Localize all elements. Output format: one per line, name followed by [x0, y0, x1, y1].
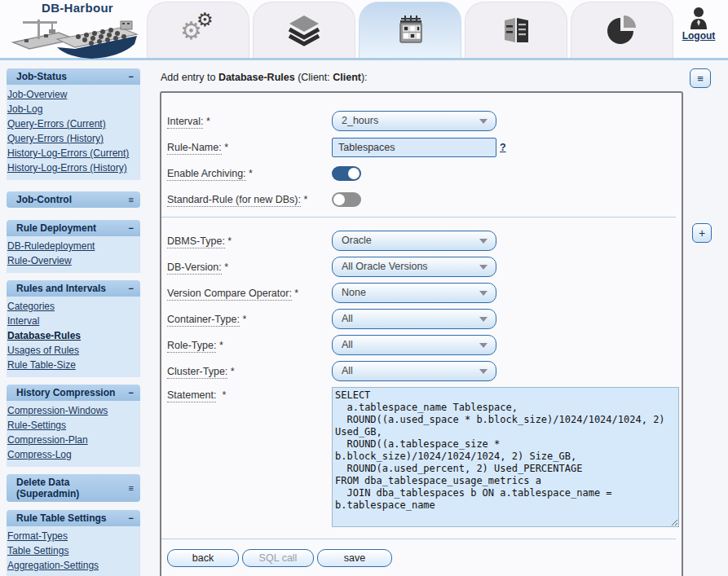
sidebar-item-table-settings[interactable]: Table Settings — [7, 543, 139, 558]
enable-archiving-toggle[interactable] — [332, 166, 361, 181]
db-version-value: All Oracle Versions — [342, 261, 428, 272]
tab-reports[interactable] — [465, 2, 567, 58]
chevron-down-icon — [479, 291, 488, 296]
tab-settings[interactable]: ⚙⚙ — [147, 2, 249, 58]
sidebar-item-rule-table-size[interactable]: Rule Table-Size — [7, 358, 139, 372]
collapse-icon[interactable]: − — [129, 284, 134, 293]
form-row-version-compare-operator: Version Compare Operator: * None — [167, 283, 682, 303]
calendar-icon — [394, 14, 426, 46]
chevron-down-icon — [479, 119, 488, 124]
cluster-type-select[interactable]: All — [332, 361, 496, 381]
sidebar-item-query-errors-history[interactable]: Query-Errors (History) — [7, 131, 139, 146]
section-title: Job-Status — [16, 71, 67, 82]
dbms-type-select[interactable]: Oracle — [332, 231, 496, 251]
role-type-select[interactable]: All — [332, 335, 496, 355]
sidebar-item-history-log-errors-history[interactable]: History-Log-Errors (History) — [7, 160, 139, 175]
form-row-interval: Interval: * 2_hours — [167, 111, 682, 131]
tab-layers[interactable] — [253, 2, 355, 58]
section-items: DB-Ruledeployment Rule-Overview — [7, 236, 140, 273]
sidebar-section-header-job-control[interactable]: Job-Control ≡ — [7, 191, 140, 208]
sidebar-section-header-history-compression[interactable]: History Compression − — [7, 385, 140, 401]
logout-block: Logout — [674, 7, 723, 42]
rule-name-label: Rule-Name: — [167, 142, 222, 155]
expand-icon[interactable]: ≡ — [129, 195, 134, 204]
sidebar-section-rule-deployment: Rule Deployment − DB-Ruledeployment Rule… — [7, 220, 140, 273]
sidebar-item-rule-settings[interactable]: Rule-Settings — [7, 418, 139, 433]
required-marker: * — [249, 168, 253, 179]
tab-scheduling[interactable] — [359, 2, 461, 58]
required-marker: * — [227, 235, 232, 247]
sidebar-item-history-log-errors-current[interactable]: History-Log-Errors (Current) — [7, 146, 139, 160]
db-version-select[interactable]: All Oracle Versions — [332, 257, 496, 277]
field-label: Standard-Rule (for new DBs): * — [167, 194, 332, 205]
sidebar-section-header-delete-data[interactable]: Delete Data (Superadmin) ≡ — [7, 474, 140, 502]
field-label: Cluster-Type: * — [167, 366, 332, 377]
required-marker: * — [206, 116, 210, 127]
section-title: Rules and Intervals — [16, 283, 106, 294]
sidebar-section-header-rules-and-intervals[interactable]: Rules and Intervals − — [7, 280, 140, 297]
main-content: Add entry to Database-Rules (Client: Cli… — [160, 68, 711, 576]
rule-name-help-link[interactable]: ? — [500, 142, 506, 153]
sidebar-section-header-rule-deployment[interactable]: Rule Deployment − — [7, 220, 140, 236]
sidebar-section-rules-and-intervals: Rules and Intervals − Categories Interva… — [7, 280, 140, 377]
enable-archiving-label: Enable Archiving: — [167, 168, 246, 181]
panel-menu-button[interactable]: ≡ — [690, 68, 711, 88]
sidebar-item-compress-log[interactable]: Compress-Log — [7, 447, 139, 462]
container-type-select[interactable]: All — [332, 309, 496, 329]
form-row-role-type: Role-Type: * All — [167, 335, 682, 355]
sidebar-item-interval[interactable]: Interval — [7, 314, 139, 328]
sidebar-item-job-log[interactable]: Job-Log — [7, 102, 139, 117]
db-version-label: DB-Version: — [167, 262, 222, 275]
interval-select[interactable]: 2_hours — [332, 111, 496, 131]
statement-textarea[interactable]: SELECT a.tablespace_name Tablespace, ROU… — [332, 387, 679, 527]
expand-icon[interactable]: ≡ — [129, 483, 134, 493]
title-suffix: ): — [361, 72, 368, 83]
logout-link[interactable]: Logout — [674, 30, 723, 42]
section-title: History Compression — [16, 387, 115, 398]
sidebar-item-query-errors-current[interactable]: Query-Errors (Current) — [7, 117, 139, 131]
sidebar-section-header-rule-table-settings[interactable]: Rule Table Settings − — [7, 510, 140, 526]
collapse-icon[interactable]: − — [129, 513, 134, 523]
sidebar-item-compression-windows[interactable]: Compression-Windows — [7, 403, 139, 418]
app-header: DB-Harbour — [0, 0, 728, 60]
form-row-standard-rule: Standard-Rule (for new DBs): * — [167, 189, 682, 209]
version-compare-operator-select[interactable]: None — [332, 283, 496, 303]
sidebar-item-format-types[interactable]: Format-Types — [7, 529, 139, 543]
sidebar-item-rule-overview[interactable]: Rule-Overview — [7, 253, 139, 268]
app-logo[interactable]: DB-Harbour — [8, 1, 147, 59]
collapse-icon[interactable]: − — [129, 388, 134, 398]
dbms-type-value: Oracle — [342, 235, 372, 246]
title-mid: (Client: — [295, 72, 333, 83]
sidebar-section-job-control: Job-Control ≡ — [7, 191, 140, 208]
sidebar-item-job-overview[interactable]: Job-Overview — [7, 87, 139, 102]
standard-rule-toggle[interactable] — [332, 192, 361, 207]
collapse-icon[interactable]: − — [129, 72, 134, 81]
title-client: Client — [333, 72, 361, 83]
form-row-statement: Statement: * SELECT a.tablespace_name Ta… — [167, 387, 682, 527]
sidebar-section-rule-table-settings: Rule Table Settings − Format-Types Table… — [7, 510, 140, 576]
required-marker: * — [224, 262, 228, 273]
toggle-knob — [348, 168, 360, 179]
sidebar-section-header-job-status[interactable]: Job-Status − — [7, 68, 140, 85]
sidebar-item-database-rules[interactable]: Database-Rules — [7, 328, 139, 343]
sql-call-button[interactable]: SQL call — [242, 549, 314, 567]
field-label: Rule-Name: * — [167, 142, 332, 153]
sidebar-item-usages-of-rules[interactable]: Usages of Rules — [7, 343, 139, 358]
cluster-type-value: All — [342, 365, 353, 376]
sidebar-item-aggregation-settings[interactable]: Aggregation-Settings — [7, 558, 139, 573]
sidebar-item-categories[interactable]: Categories — [7, 299, 139, 314]
container-type-label: Container-Type: — [167, 314, 240, 327]
collapse-icon[interactable]: − — [129, 223, 134, 233]
add-dbms-type-button[interactable]: + — [692, 223, 712, 243]
gears-icon: ⚙⚙ — [180, 12, 216, 48]
rule-name-input[interactable] — [332, 138, 496, 157]
required-marker: * — [303, 194, 307, 205]
save-button[interactable]: save — [317, 549, 392, 567]
sidebar-item-db-ruledeployment[interactable]: DB-Ruledeployment — [7, 239, 139, 253]
interval-value: 2_hours — [342, 115, 378, 126]
back-button[interactable]: back — [167, 549, 239, 567]
sidebar-item-compression-plan[interactable]: Compression-Plan — [7, 433, 139, 447]
title-prefix: Add entry to — [161, 72, 218, 83]
page-title: Add entry to Database-Rules (Client: Cli… — [161, 72, 711, 85]
tab-statistics[interactable] — [571, 2, 673, 58]
